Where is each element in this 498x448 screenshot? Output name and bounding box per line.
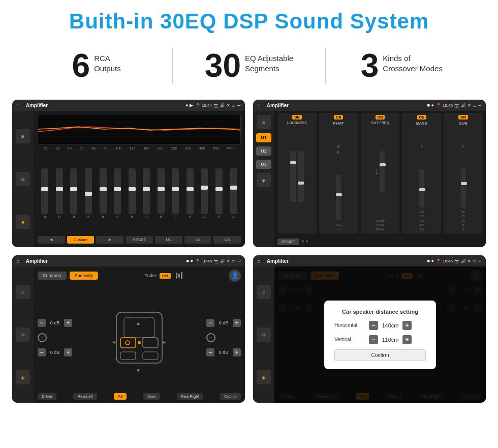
bottom-right-plus[interactable]: + — [233, 348, 241, 356]
eq-u1-btn[interactable]: U1 — [155, 236, 182, 244]
vol-icon-3: 🔊 — [220, 259, 225, 263]
bottom-left-db: − 0 dB + — [38, 348, 72, 356]
cross-side-btn-2[interactable]: ◈ — [257, 173, 271, 187]
dist-side-btn-2[interactable]: ≋ — [257, 327, 271, 342]
u1-btn[interactable]: U1 — [256, 133, 271, 142]
stat-eq: 30 EQ AdjustableSegments — [183, 49, 315, 82]
col-phat-label: PHAT — [333, 121, 344, 126]
rearright-btn[interactable]: RearRight — [177, 393, 203, 400]
stat-divider-2 — [325, 48, 326, 83]
user-btn[interactable]: User — [143, 393, 160, 400]
eq-custom-btn[interactable]: Custom — [67, 236, 95, 244]
dist-side-btn-1[interactable]: ≡ — [257, 285, 271, 299]
cross-side-btn-1[interactable]: ≡ — [257, 115, 271, 129]
stat-rca-number: 6 — [72, 49, 90, 82]
u2-btn[interactable]: U2 — [256, 146, 271, 156]
dist-side-btn-3[interactable]: ◈ — [257, 370, 271, 384]
fader-side-btn-1[interactable]: ≡ — [16, 285, 30, 299]
on-badge-sub: ON — [458, 115, 468, 120]
page-title: Buith-in 30EQ DSP Sound System — [10, 9, 488, 34]
stat-rca-label: RCAOutputs — [94, 49, 121, 73]
common-tab[interactable]: Common — [38, 272, 67, 280]
screen3-body: ≡ ≋ ◈ Common Specialty Fader ON 👤 — [12, 266, 245, 403]
crossover-reset-btn[interactable]: RESET — [277, 238, 299, 245]
loudness-slider-2[interactable] — [298, 151, 304, 202]
phat-freq-labels: 3.0— — [336, 223, 340, 231]
bottom-right-minus[interactable]: − — [206, 348, 214, 356]
modal-horizontal-label: Horizontal — [334, 322, 365, 328]
eq-side-btn-3[interactable]: ◈ — [16, 215, 30, 229]
col-cutfreq-label: CUT FREQ — [371, 121, 389, 125]
svg-text:►: ► — [163, 340, 167, 345]
bottom-left-plus[interactable]: + — [64, 348, 72, 356]
all-btn[interactable]: All — [114, 393, 127, 400]
driver-btn[interactable]: Driver — [38, 393, 56, 400]
horizontal-value: 140cm — [380, 322, 400, 328]
top-left-minus[interactable]: − — [38, 319, 46, 327]
col-sub: ON SUB G 20151050 — [444, 113, 483, 233]
screen2-body: ≡ U1 U2 U3 ◈ ON LOUDNESS — [253, 111, 486, 247]
cutfreq-slider[interactable] — [380, 151, 385, 192]
screen2-dots: ■ ● — [427, 103, 434, 108]
cam-icon-3: 📷 — [213, 259, 219, 263]
fader-side-btn-2[interactable]: ≋ — [16, 327, 30, 342]
eq-reset-btn[interactable]: RESET — [126, 236, 153, 244]
status-bar-4: ⌂ Amplifier ■ ● 📍 10:46 📷 🔊 ✕ ▭ ↩ — [253, 255, 486, 266]
eq-next-btn[interactable]: ► — [96, 236, 123, 244]
vertical-plus-btn[interactable]: + — [402, 335, 412, 344]
vertical-minus-btn[interactable]: − — [369, 335, 378, 344]
eq-slider-13: -1 — [230, 168, 237, 219]
top-right-plus[interactable]: + — [233, 319, 241, 327]
fader-side-btn-3[interactable]: ◈ — [16, 370, 30, 384]
rearleft-btn[interactable]: RearLeft — [73, 393, 97, 400]
u3-btn[interactable]: U3 — [256, 160, 271, 169]
eq-slider-9: 0 — [172, 168, 179, 219]
on-badge-phat: ON — [334, 115, 344, 120]
speaker-circle-2: ○ — [206, 333, 215, 342]
eq-side-btn-1[interactable]: ≡ — [16, 129, 30, 143]
eq-side-btn-2[interactable]: ≋ — [16, 172, 30, 186]
bottom-left-minus[interactable]: − — [38, 348, 46, 356]
screen-crossover: ⌂ Amplifier ■ ● 📍 10:45 📷 🔊 ✕ ▭ ↩ ≡ U1 U… — [253, 100, 486, 247]
screen3-status-icons: 📍 10:46 📷 🔊 ✕ ▭ ↩ — [195, 259, 241, 263]
back-icon-1: ↩ — [237, 103, 241, 108]
top-right-minus[interactable]: − — [206, 319, 214, 327]
eq-sliders: 0 0 0 5 0 — [38, 152, 241, 234]
copilot-btn[interactable]: Copilot — [220, 393, 241, 400]
eq-slider-4: 0 — [100, 168, 107, 219]
stat-eq-label: EQ AdjustableSegments — [245, 49, 293, 73]
top-right-db: − 0 dB + — [206, 319, 241, 327]
svg-rect-5 — [120, 338, 136, 348]
eq-slider-12: 0 — [215, 168, 223, 219]
specialty-tab[interactable]: Specialty — [70, 272, 99, 280]
sub-slider[interactable] — [461, 169, 466, 208]
stat-divider-1 — [172, 48, 173, 83]
left-speaker-icon: ○ — [38, 333, 72, 342]
stat-eq-number: 30 — [205, 49, 241, 82]
eq-prev-btn[interactable]: ◄ — [38, 236, 65, 244]
eq-u2-btn[interactable]: U2 — [184, 236, 212, 244]
screen-distance: ⌂ Amplifier ■ ● 📍 10:46 📷 🔊 ✕ ▭ ↩ ≡ ≋ ◈ — [253, 255, 486, 403]
top-left-plus[interactable]: + — [64, 319, 72, 327]
fader-main: Common Specialty Fader ON 👤 — [34, 266, 245, 403]
horizontal-plus-btn[interactable]: + — [402, 321, 412, 330]
on-badge-cutfreq: ON — [376, 115, 385, 120]
distance-modal: Car speaker distance setting Horizontal … — [324, 301, 436, 369]
confirm-btn[interactable]: Confirm — [334, 349, 426, 361]
loudness-slider-1[interactable] — [290, 151, 296, 202]
eq-slider-7: 0 — [143, 168, 150, 219]
horizontal-minus-btn[interactable]: − — [369, 321, 378, 330]
eq-u3-btn[interactable]: U3 — [213, 236, 241, 244]
screen3-dots: ■ ● — [186, 258, 193, 263]
eq-graph-svg — [38, 114, 240, 144]
col-sub-label: SUB — [459, 121, 468, 126]
bass-slider[interactable] — [419, 169, 424, 208]
home-icon-3: ⌂ — [16, 258, 20, 264]
status-bar-2: ⌂ Amplifier ■ ● 📍 10:45 📷 🔊 ✕ ▭ ↩ — [253, 100, 486, 111]
car-diagram-wrapper: ▲ ▼ ◄ ► — [76, 297, 202, 378]
left-db-controls: − 0 dB + ○ − 0 dB + — [38, 319, 72, 356]
phat-slider[interactable] — [336, 175, 341, 220]
col-loudness-label: LOUDNESS — [287, 121, 307, 125]
svg-point-10 — [138, 341, 141, 344]
screen3-title: Amplifier — [26, 258, 184, 264]
